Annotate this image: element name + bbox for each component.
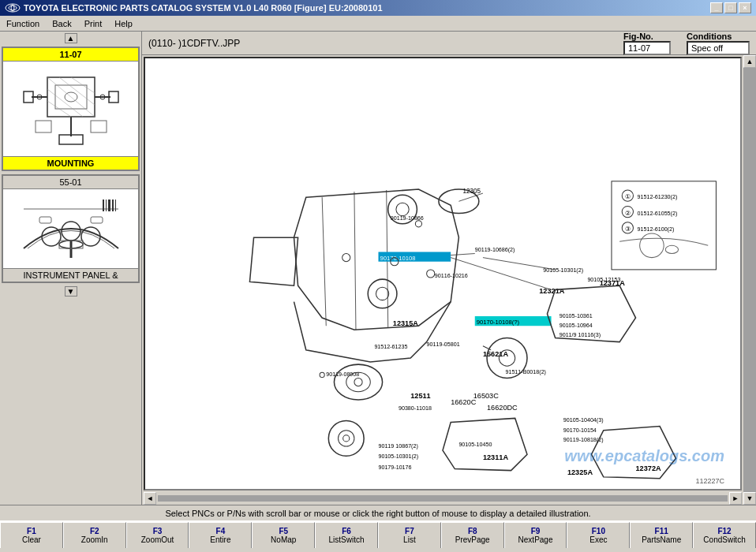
scroll-up-vbutton[interactable]: ▲ bbox=[743, 55, 756, 68]
fig-info: Fig-No. Conditions bbox=[623, 32, 750, 55]
svg-text:91512-61230(2): 91512-61230(2) bbox=[638, 194, 678, 200]
thumbnail-label-instrument: INSTRUMENT PANEL & bbox=[3, 268, 138, 282]
title-bar-left: TOYOTA ELECTRONIC PARTS CATALOG SYSTEM V… bbox=[5, 2, 383, 13]
f7-key[interactable]: F7 List bbox=[378, 522, 441, 548]
conditions-input[interactable] bbox=[687, 41, 750, 55]
fig-no-input[interactable] bbox=[623, 41, 671, 55]
menu-print[interactable]: Print bbox=[81, 18, 106, 29]
svg-text:16620DC: 16620DC bbox=[487, 404, 518, 412]
f4-label: Entire bbox=[210, 535, 230, 544]
svg-text:16620C: 16620C bbox=[451, 398, 476, 406]
svg-text:90105-10301(2): 90105-10301(2) bbox=[543, 267, 583, 274]
svg-text:01512-61055(2): 01512-61055(2) bbox=[638, 211, 678, 217]
svg-text:12305: 12305 bbox=[462, 188, 481, 195]
svg-text:90105-10450: 90105-10450 bbox=[458, 442, 492, 448]
minimize-button[interactable]: _ bbox=[710, 2, 723, 13]
svg-text:90119-10686(2): 90119-10686(2) bbox=[475, 247, 515, 253]
svg-text:90179-10176: 90179-10176 bbox=[378, 464, 411, 471]
fig-no-group: Fig-No. bbox=[623, 32, 671, 55]
svg-text:90105-10301(2): 90105-10301(2) bbox=[378, 453, 418, 460]
scroll-down-vbutton[interactable]: ▼ bbox=[743, 492, 756, 505]
fig-no-label: Fig-No. bbox=[623, 32, 653, 41]
f1-key[interactable]: F1 Clear bbox=[0, 522, 63, 548]
thumbnail-header-instrument: 55-01 bbox=[3, 176, 138, 189]
scroll-right-button[interactable]: ► bbox=[729, 492, 742, 505]
vertical-scrollbar[interactable]: ▲ ▼ bbox=[743, 55, 756, 505]
svg-rect-36 bbox=[115, 200, 116, 211]
f10-label: Exec bbox=[589, 535, 607, 544]
svg-text:90119-05801: 90119-05801 bbox=[427, 341, 460, 348]
f9-num: F9 bbox=[531, 527, 541, 535]
f10-key[interactable]: F10 Exec bbox=[567, 522, 630, 548]
left-scroll-top[interactable]: ▲ bbox=[0, 32, 141, 45]
svg-rect-34 bbox=[108, 200, 110, 211]
f11-num: F11 bbox=[655, 527, 668, 535]
f5-label: NoMap bbox=[271, 535, 296, 544]
diagram-area[interactable]: 12305 90119-10866 ① ② ③ bbox=[144, 57, 742, 490]
f3-key[interactable]: F3 ZoomOut bbox=[126, 522, 189, 548]
svg-text:12372A: 12372A bbox=[636, 464, 661, 472]
f2-key[interactable]: F2 ZoomIn bbox=[63, 522, 126, 548]
f11-key[interactable]: F11 PartsName bbox=[630, 522, 693, 548]
menu-function[interactable]: Function bbox=[3, 18, 43, 29]
menu-help[interactable]: Help bbox=[111, 18, 136, 29]
svg-text:91511-B0018(2): 91511-B0018(2) bbox=[505, 369, 546, 375]
f2-label: ZoomIn bbox=[81, 535, 108, 544]
scroll-down-button[interactable]: ▼ bbox=[65, 286, 77, 297]
f5-key[interactable]: F5 NoMap bbox=[252, 522, 315, 548]
f3-num: F3 bbox=[153, 527, 163, 535]
svg-text:12321A: 12321A bbox=[539, 287, 564, 295]
footer: F1 Clear F2 ZoomIn F3 ZoomOut F4 Entire … bbox=[0, 520, 756, 548]
svg-text:②: ② bbox=[625, 210, 631, 217]
f2-num: F2 bbox=[90, 527, 99, 535]
horizontal-scrollbar[interactable]: ◄ ► bbox=[144, 492, 742, 505]
close-button[interactable]: × bbox=[739, 2, 751, 13]
svg-text:90119 10867(2): 90119 10867(2) bbox=[378, 443, 417, 449]
f12-num: F12 bbox=[717, 527, 731, 535]
title-bar: TOYOTA ELECTRONIC PARTS CATALOG SYSTEM V… bbox=[0, 0, 756, 16]
thumbnail-section-mounting[interactable]: 11-07 bbox=[2, 47, 140, 171]
title-bar-controls[interactable]: _ □ × bbox=[710, 2, 751, 13]
svg-text:90380-11018: 90380-11018 bbox=[399, 405, 432, 412]
thumbnail-image-instrument[interactable] bbox=[3, 189, 138, 268]
f4-num: F4 bbox=[216, 527, 226, 535]
f8-key[interactable]: F8 PrevPage bbox=[441, 522, 504, 548]
instrument-diagram-svg bbox=[16, 193, 126, 264]
menu-back[interactable]: Back bbox=[49, 18, 74, 29]
svg-rect-35 bbox=[112, 200, 114, 211]
thumbnail-section-instrument[interactable]: 55-01 bbox=[2, 174, 140, 283]
f12-key[interactable]: F12 CondSwitch bbox=[693, 522, 756, 548]
conditions-group: Conditions bbox=[687, 32, 750, 55]
f4-key[interactable]: F4 Entire bbox=[189, 522, 252, 548]
svg-text:90170-10154: 90170-10154 bbox=[563, 427, 597, 434]
svg-text:12311A: 12311A bbox=[483, 453, 508, 461]
f7-label: List bbox=[403, 535, 416, 544]
scroll-up-button[interactable]: ▲ bbox=[65, 33, 77, 43]
svg-text:90116-10216: 90116-10216 bbox=[435, 273, 468, 279]
f11-label: PartsName bbox=[642, 535, 681, 544]
svg-point-1 bbox=[9, 6, 17, 10]
maximize-button[interactable]: □ bbox=[724, 2, 737, 13]
svg-text:90105-12153: 90105-12153 bbox=[587, 277, 620, 283]
svg-text:9011/9 10116(3): 9011/9 10116(3) bbox=[560, 332, 601, 338]
svg-text:90105-10964: 90105-10964 bbox=[560, 323, 593, 329]
f9-key[interactable]: F9 NextPage bbox=[504, 522, 567, 548]
svg-text:12315A: 12315A bbox=[393, 319, 418, 327]
thumbnail-header-mounting: 11-07 bbox=[3, 48, 138, 62]
svg-text:91512-6100(2): 91512-6100(2) bbox=[638, 226, 675, 233]
left-panel: ▲ 11-07 bbox=[0, 32, 142, 505]
hscroll-track[interactable] bbox=[158, 495, 728, 502]
svg-text:90105-10361: 90105-10361 bbox=[560, 313, 593, 319]
f7-num: F7 bbox=[405, 527, 414, 535]
svg-text:12511: 12511 bbox=[410, 392, 430, 400]
svg-rect-33 bbox=[106, 200, 107, 211]
vscroll-track[interactable] bbox=[743, 68, 756, 492]
f6-label: ListSwitch bbox=[329, 535, 365, 544]
title-text: TOYOTA ELECTRONIC PARTS CATALOG SYSTEM V… bbox=[24, 3, 383, 13]
conditions-label: Conditions bbox=[687, 32, 732, 41]
f6-key[interactable]: F6 ListSwitch bbox=[315, 522, 378, 548]
thumbnail-image-mounting[interactable] bbox=[3, 62, 138, 156]
main-container: ▲ 11-07 bbox=[0, 32, 756, 505]
scroll-left-button[interactable]: ◄ bbox=[144, 492, 156, 505]
left-scroll-bottom[interactable]: ▼ bbox=[0, 285, 141, 298]
